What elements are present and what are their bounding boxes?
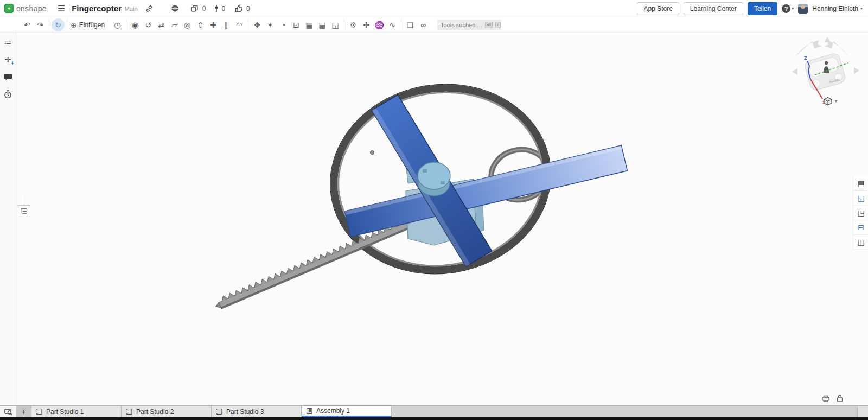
exploded-views-panel-glyph: ⊟ <box>858 223 864 232</box>
add-tab-button[interactable]: + <box>16 406 31 417</box>
bottom-strip <box>0 417 868 420</box>
view-options-menu[interactable]: ▾ <box>823 97 837 106</box>
named-positions-panel-icon[interactable]: ◫ <box>853 235 868 250</box>
named-positions-panel-glyph: ◫ <box>857 238 864 246</box>
lock-icon[interactable] <box>835 394 844 402</box>
print-icon[interactable] <box>821 394 830 402</box>
z-axis-label: Z <box>804 55 807 61</box>
part-studio-icon <box>36 408 43 415</box>
viewport-corner-icons <box>821 394 844 402</box>
tab-label: Part Studio 2 <box>136 408 174 416</box>
hub <box>418 162 450 196</box>
right-panel: ▤ ◱ ◳ ⊟ ◫ <box>853 176 868 250</box>
configurations-panel-glyph: ◱ <box>857 194 864 202</box>
tab-search-icon[interactable] <box>0 406 16 417</box>
instance-tree-toggle[interactable] <box>18 205 30 217</box>
tab-part-studio-3[interactable]: Part Studio 3 <box>212 406 302 417</box>
bom-panel-glyph: ▤ <box>857 179 864 188</box>
tab-part-studio-2[interactable]: Part Studio 2 <box>122 406 212 417</box>
panel-edge <box>24 195 24 206</box>
view-cube[interactable]: Rechts Z X <box>777 33 868 98</box>
onshape-app: onshape ☰ Fingercopter Main 0 0 0 <box>0 0 868 420</box>
tab-label: Part Studio 3 <box>226 408 264 416</box>
exploded-views-panel-icon[interactable]: ⊟ <box>853 220 868 235</box>
blade-light <box>345 145 628 237</box>
display-states-panel-glyph: ◳ <box>857 208 864 217</box>
view-options-caret-icon: ▾ <box>835 99 837 104</box>
display-states-panel-icon[interactable]: ◳ <box>853 206 868 220</box>
tab-scroll-cell[interactable] <box>857 406 868 417</box>
tab-part-studio-1[interactable]: Part Studio 1 <box>31 406 122 417</box>
assembly-viewport[interactable] <box>16 33 868 405</box>
tab-assembly-1[interactable]: Assembly 1 <box>302 406 392 417</box>
configurations-panel-icon[interactable]: ◱ <box>853 191 868 206</box>
document-tab-bar: + Part Studio 1 Part Studio 2 Part Studi… <box>0 405 868 417</box>
assembly-icon <box>307 408 313 415</box>
part-studio-icon <box>126 408 133 415</box>
part-studio-icon <box>216 408 223 415</box>
ring-hole <box>371 151 374 155</box>
bom-panel-icon[interactable]: ▤ <box>853 176 868 191</box>
tab-label: Assembly 1 <box>316 407 350 415</box>
tab-label: Part Studio 1 <box>46 408 84 416</box>
fingercopter-model <box>0 0 868 405</box>
cube-icon <box>823 97 833 106</box>
